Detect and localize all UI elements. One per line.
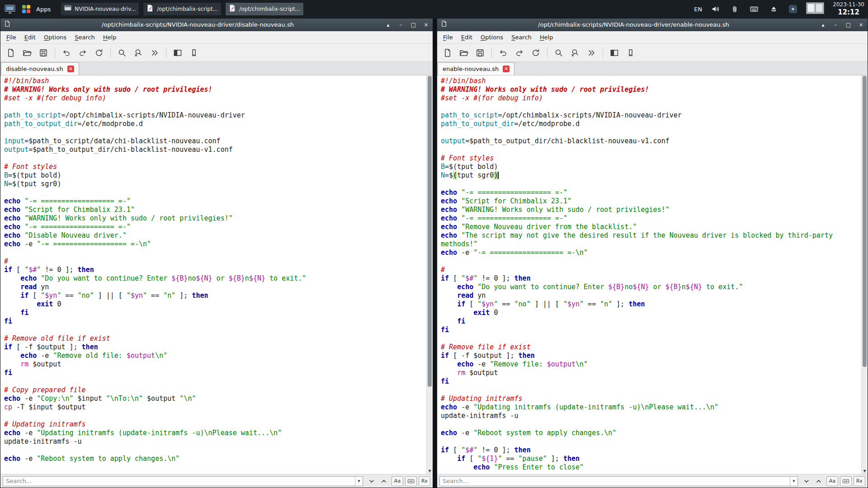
close-button[interactable]: ×	[858, 21, 864, 28]
tab-close-icon[interactable]: ✕	[67, 66, 74, 72]
code-content[interactable]: #!/bin/bash# WARNING! Works only with su…	[0, 75, 426, 474]
match-case-toggle[interactable]: Aa	[392, 476, 403, 486]
window-icon	[64, 4, 72, 14]
find-next-icon	[803, 478, 810, 484]
clock[interactable]: 2023-11-30 12:12	[833, 1, 864, 17]
reload-button[interactable]	[528, 46, 543, 60]
open-file-button[interactable]	[456, 46, 472, 60]
find-previous-button[interactable]	[812, 476, 825, 487]
shade-button[interactable]: ▴	[820, 21, 826, 28]
code-line: fi	[441, 317, 861, 326]
menu-file[interactable]: File	[439, 32, 457, 43]
redo-button[interactable]	[512, 46, 527, 60]
toolbar-separator	[55, 47, 55, 58]
replace-button[interactable]	[567, 46, 583, 60]
taskbar-item-nvidia-folder[interactable]: NVIDIA-nouveau-driv...	[61, 2, 139, 16]
code-line: fi	[441, 326, 861, 334]
find-button[interactable]	[551, 46, 566, 60]
menu-search[interactable]: Search	[507, 32, 536, 43]
new-file-button[interactable]	[3, 46, 19, 60]
menu-search[interactable]: Search	[71, 32, 99, 43]
menu-edit[interactable]: Edit	[20, 32, 40, 43]
code-line	[441, 386, 861, 394]
history-dropdown-icon[interactable]: ▼	[355, 477, 363, 486]
maximize-button[interactable]: □	[410, 21, 416, 28]
title-bar[interactable]: /opt/chimbalix-scripts/NVIDIA-nouveau-dr…	[0, 19, 433, 31]
save-file-button[interactable]	[472, 46, 488, 60]
find-previous-button[interactable]	[377, 476, 390, 487]
menu-file[interactable]: File	[2, 32, 20, 43]
menu-help[interactable]: Help	[536, 32, 557, 43]
search-input[interactable]	[440, 477, 790, 486]
side-pane-button[interactable]	[607, 46, 622, 60]
clipman-icon[interactable]	[728, 3, 741, 15]
apps-icon[interactable]	[20, 3, 33, 15]
taskbar-item-enable-script[interactable]: /opt/chimbalix-script...	[225, 2, 304, 16]
history-dropdown-icon[interactable]: ▼	[790, 477, 797, 486]
regex-toggle[interactable]: Rx	[854, 476, 865, 486]
text-editor-area[interactable]: #!/bin/bash# WARNING! Works only with su…	[0, 75, 433, 474]
code-line: # Remove file if exist	[441, 343, 861, 352]
indicator-icon[interactable]	[787, 3, 799, 15]
new-file-button[interactable]	[440, 46, 455, 60]
search-field[interactable]: ▼	[439, 476, 798, 486]
text-editor-area[interactable]: #!/bin/bash# WARNING! Works only with su…	[437, 75, 868, 474]
jump-button[interactable]	[584, 46, 599, 60]
tab-enable-nouveau[interactable]: enable-nouveau.sh ✕	[438, 62, 514, 75]
reload-button[interactable]	[91, 46, 107, 60]
search-field[interactable]: ▼	[3, 476, 363, 486]
find-next-button[interactable]	[800, 476, 812, 487]
code-line: fi	[4, 309, 426, 317]
scroll-down-arrow-icon[interactable]: ▼	[427, 468, 433, 474]
whole-word-icon	[407, 478, 415, 485]
scroll-down-arrow-icon[interactable]: ▼	[862, 468, 868, 474]
maximize-button[interactable]: □	[845, 21, 851, 28]
code-line: if [ "$#" != 0 ]; then	[441, 274, 861, 283]
vertical-scrollbar[interactable]: ▼	[861, 75, 868, 474]
volume-icon[interactable]	[709, 3, 722, 15]
open-file-button[interactable]	[19, 46, 35, 60]
redo-button[interactable]	[75, 46, 90, 60]
replace-button[interactable]	[131, 46, 146, 60]
apps-label[interactable]: Apps	[36, 6, 51, 13]
undo-button[interactable]	[495, 46, 511, 60]
bookmark-button[interactable]	[623, 46, 638, 60]
keyboard-layout-indicator[interactable]: EN	[694, 6, 702, 13]
close-button[interactable]: ×	[423, 21, 429, 28]
eject-icon[interactable]	[767, 3, 780, 15]
menu-options[interactable]: Options	[40, 32, 71, 43]
minimize-button[interactable]: –	[398, 21, 404, 28]
scrollbar-thumb[interactable]	[428, 76, 432, 387]
find-button[interactable]	[114, 46, 130, 60]
menu-edit[interactable]: Edit	[457, 32, 476, 43]
whole-word-toggle[interactable]	[405, 476, 417, 486]
vertical-scrollbar[interactable]: ▼	[426, 75, 433, 474]
document-icon	[441, 20, 447, 29]
menu-options[interactable]: Options	[476, 32, 507, 43]
menu-help[interactable]: Help	[99, 32, 121, 43]
code-line	[4, 326, 426, 334]
regex-toggle[interactable]: Rx	[419, 476, 430, 486]
panel-left: Apps NVIDIA-nouveau-driv... /opt/chimbal…	[4, 0, 304, 18]
title-bar[interactable]: /opt/chimbalix-scripts/NVIDIA-nouveau-dr…	[437, 19, 868, 31]
search-input[interactable]	[3, 477, 355, 486]
jump-button[interactable]	[147, 46, 162, 60]
find-next-button[interactable]	[365, 476, 377, 487]
save-file-button[interactable]	[36, 46, 51, 60]
tab-close-icon[interactable]: ✕	[503, 66, 509, 72]
shade-button[interactable]: ▴	[385, 21, 391, 28]
minimize-button[interactable]: –	[833, 21, 839, 28]
code-content[interactable]: #!/bin/bash# WARNING! Works only with su…	[437, 75, 861, 474]
start-menu-icon[interactable]	[4, 3, 16, 15]
tab-disable-nouveau[interactable]: disable-nouveau.sh ✕	[1, 62, 79, 75]
scrollbar-thumb[interactable]	[863, 76, 867, 367]
undo-button[interactable]	[59, 46, 74, 60]
bookmark-button[interactable]	[186, 46, 202, 60]
whole-word-toggle[interactable]	[840, 476, 852, 486]
side-pane-button[interactable]	[170, 46, 185, 60]
featherpad-icon	[228, 4, 236, 14]
taskbar-item-disable-script[interactable]: /opt/chimbalix-script...	[143, 2, 222, 16]
match-case-toggle[interactable]: Aa	[826, 476, 838, 486]
workspace-pager[interactable]	[806, 2, 824, 16]
keyboard-icon[interactable]	[748, 3, 760, 15]
